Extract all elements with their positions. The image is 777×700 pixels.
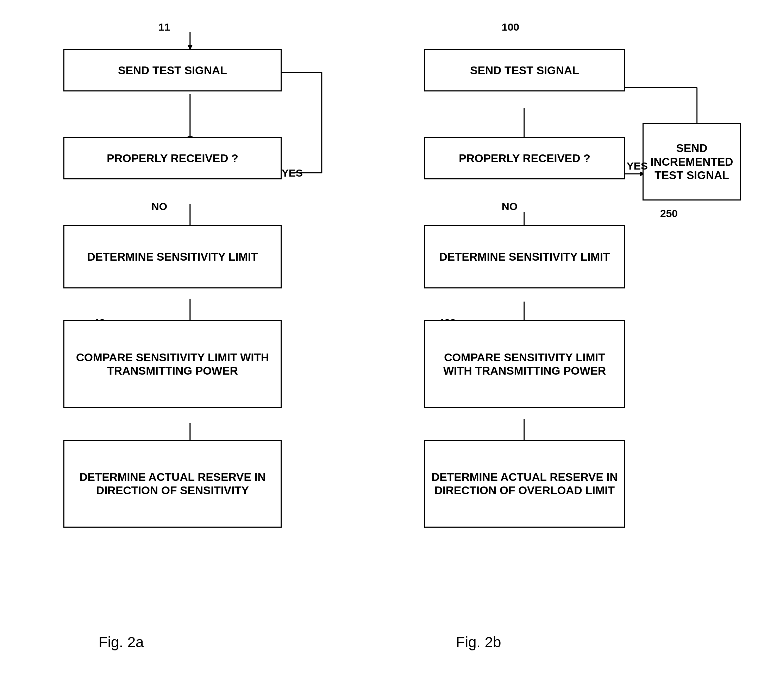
box-determine-actual-right: DETERMINE ACTUAL RESERVE IN DIRECTION OF…	[424, 440, 625, 528]
box-send-test-right: SEND TEST SIGNAL	[424, 49, 625, 92]
label-11: 11	[159, 21, 170, 33]
divider	[388, 21, 389, 679]
yes-label-right: YES	[627, 160, 648, 172]
right-flowchart-inner: 100 SEND TEST SIGNAL SEND INCREMENTED TE…	[403, 21, 749, 679]
box-compare-sensitivity-left: COMPARE SENSITIVITY LIMIT WITH TRANSMITT…	[63, 320, 282, 408]
box-properly-received-left: PROPERLY RECEIVED ?	[63, 137, 282, 179]
main-container: 11 SEND TEST SIGNAL 20 PROPERLY RECEIVED…	[0, 0, 777, 700]
label-250: 250	[660, 208, 678, 220]
left-flowchart: 11 SEND TEST SIGNAL 20 PROPERLY RECEIVED…	[28, 21, 374, 679]
fig-label-left: Fig. 2a	[99, 634, 144, 651]
box-send-test-left: SEND TEST SIGNAL	[63, 49, 282, 92]
box-compare-sensitivity-right: COMPARE SENSITIVITY LIMIT WITH TRANSMITT…	[424, 320, 625, 408]
box-properly-received-right: PROPERLY RECEIVED ?	[424, 137, 625, 179]
left-flowchart-inner: 11 SEND TEST SIGNAL 20 PROPERLY RECEIVED…	[28, 21, 374, 679]
yes-label-left: YES	[282, 167, 303, 179]
box-send-incremented: SEND INCREMENTED TEST SIGNAL	[643, 123, 741, 200]
box-determine-sensitivity-left: DETERMINE SENSITIVITY LIMIT	[63, 225, 282, 288]
label-100: 100	[502, 21, 519, 33]
box-determine-sensitivity-right: DETERMINE SENSITIVITY LIMIT	[424, 225, 625, 288]
no-label-left: NO	[151, 200, 167, 212]
fig-label-right: Fig. 2b	[456, 634, 501, 651]
box-determine-actual-left: DETERMINE ACTUAL RESERVE IN DIRECTION OF…	[63, 440, 282, 528]
no-label-right: NO	[502, 200, 518, 212]
right-flowchart: 100 SEND TEST SIGNAL SEND INCREMENTED TE…	[403, 21, 749, 679]
